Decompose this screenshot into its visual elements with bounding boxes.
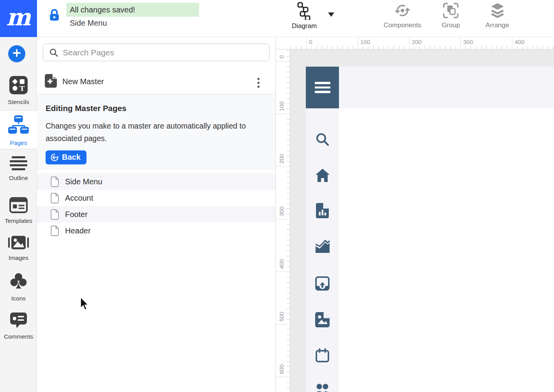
wireframe-page-body[interactable] <box>339 108 554 392</box>
page-row-label: Header <box>65 226 91 235</box>
ruler-tick <box>414 46 415 49</box>
wf-photo-icon[interactable] <box>306 312 339 327</box>
search-input[interactable] <box>63 48 269 57</box>
ruler-tick <box>287 187 290 188</box>
ruler-tick <box>393 46 394 49</box>
new-master-button[interactable]: New Master <box>37 71 275 92</box>
ruler-tick <box>287 203 290 204</box>
page-row-side-menu[interactable]: Side Menu <box>37 173 275 190</box>
ruler-tick <box>471 46 471 49</box>
ruler-tick <box>287 72 290 72</box>
ruler-label: 300 <box>278 207 285 216</box>
ruler-tick <box>388 46 389 49</box>
sidebar-item-images[interactable]: Images <box>0 230 37 265</box>
master-note-body: Changes you make to a master are automat… <box>46 120 264 145</box>
ruler-tick <box>287 151 290 151</box>
ruler-tick <box>445 46 445 49</box>
ruler-tick <box>287 56 290 57</box>
page-doc-icon <box>51 209 59 220</box>
ruler-tick <box>287 282 290 283</box>
ruler-tick <box>548 46 548 49</box>
ruler-tick <box>287 124 290 125</box>
ruler-tick <box>287 261 290 261</box>
ruler-tick <box>287 314 290 314</box>
wireframe-header-band[interactable] <box>306 67 554 108</box>
outline-icon <box>9 156 28 172</box>
group-icon <box>442 2 459 21</box>
lock-icon[interactable] <box>49 9 60 23</box>
page-row-label: Side Menu <box>65 177 102 186</box>
icons-label: Icons <box>11 295 26 302</box>
ruler-tick <box>287 98 290 99</box>
sidebar-item-icons[interactable]: Icons <box>0 267 37 304</box>
moqups-logo[interactable]: m <box>0 0 37 37</box>
ruler-tick <box>460 37 461 49</box>
diagram-dropdown-caret[interactable] <box>328 12 334 17</box>
wf-home-icon[interactable] <box>306 168 339 182</box>
svg-text:T: T <box>19 85 25 92</box>
page-row-label: Footer <box>65 210 88 219</box>
comments-icon <box>9 312 28 330</box>
wf-search-icon[interactable] <box>306 132 339 147</box>
group-button[interactable]: Group <box>435 2 466 29</box>
ruler-tick <box>348 46 348 49</box>
ruler-tick <box>363 46 363 49</box>
ruler-tick <box>517 46 517 49</box>
ruler-tick <box>287 356 290 356</box>
vertical-ruler: 0100200300400500600 <box>276 49 290 392</box>
sidebar-item-templates[interactable]: Templates <box>0 192 37 227</box>
components-button[interactable]: Components <box>379 2 426 29</box>
ruler-tick <box>419 46 420 49</box>
wf-people-icon[interactable] <box>306 383 339 392</box>
ruler-tick <box>287 277 290 277</box>
ruler-tick <box>287 298 290 298</box>
ruler-tick <box>287 256 290 256</box>
outline-label: Outline <box>9 175 28 182</box>
ruler-tick <box>287 372 290 372</box>
ruler-tick <box>373 46 374 49</box>
back-button-label: Back <box>62 153 81 162</box>
ruler-tick <box>287 235 290 235</box>
ruler-tick <box>476 46 476 49</box>
back-button[interactable]: Back <box>46 150 86 164</box>
ruler-tick <box>435 46 435 49</box>
components-label: Components <box>384 21 421 29</box>
ruler-tick <box>287 77 290 78</box>
page-row-account[interactable]: Account <box>37 190 275 206</box>
arrange-label: Arrange <box>485 21 509 29</box>
ruler-tick <box>378 46 379 49</box>
sidebar-item-outline[interactable]: Outline <box>0 151 37 187</box>
wf-upload-icon[interactable] <box>306 276 339 291</box>
pages-panel: New Master Editing Master Pages Changes … <box>37 37 276 392</box>
page-row-header[interactable]: Header <box>37 222 275 239</box>
ruler-label: 200 <box>278 154 285 164</box>
arrange-button[interactable]: Arrange <box>478 2 516 29</box>
add-button[interactable] <box>8 45 25 62</box>
ruler-tick <box>287 293 290 293</box>
ruler-tick <box>287 351 290 351</box>
diagram-label: Diagram <box>292 22 317 30</box>
wf-report-icon[interactable] <box>306 203 339 218</box>
ruler-tick <box>543 46 543 49</box>
canvas-viewport[interactable] <box>290 49 554 392</box>
sidebar-item-comments[interactable]: Comments <box>0 307 37 342</box>
kebab-menu-icon[interactable] <box>255 77 262 90</box>
search-icon <box>49 48 58 57</box>
ruler-tick <box>507 46 507 49</box>
sidebar-item-stencils[interactable]: T Stencils <box>0 71 37 108</box>
page-row-footer[interactable]: Footer <box>37 206 275 222</box>
ruler-tick <box>287 335 290 335</box>
ruler-tick <box>491 46 492 49</box>
ruler-tick <box>430 46 430 49</box>
sidebar-item-pages[interactable]: Pages <box>0 110 37 149</box>
ruler-tick <box>287 214 290 214</box>
wf-calendar-icon[interactable] <box>306 348 339 363</box>
page-doc-icon <box>51 226 59 236</box>
new-master-icon <box>45 74 57 89</box>
ruler-tick <box>440 46 440 49</box>
diagram-tool-button[interactable]: Diagram <box>285 2 324 30</box>
wf-chart-icon[interactable] <box>306 240 339 253</box>
ruler-tick <box>287 251 290 251</box>
images-icon <box>8 235 29 252</box>
hamburger-menu-icon[interactable] <box>306 67 339 108</box>
